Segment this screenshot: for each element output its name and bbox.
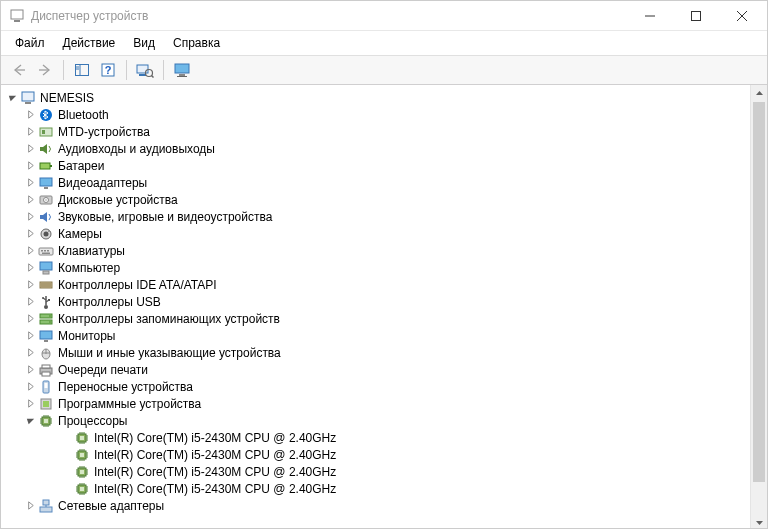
tree-category-display[interactable]: Видеоадаптеры — [3, 174, 750, 191]
close-button[interactable] — [719, 1, 765, 31]
menu-help[interactable]: Справка — [165, 33, 228, 53]
svg-point-52 — [49, 315, 50, 316]
expand-icon[interactable] — [23, 244, 37, 258]
tree-item-label: Компьютер — [58, 261, 120, 275]
cpu-icon — [74, 481, 90, 497]
tree-root[interactable]: NEMESIS — [3, 89, 750, 106]
expand-icon[interactable] — [23, 159, 37, 173]
tree-item-label: Видеоадаптеры — [58, 176, 147, 190]
svg-line-17 — [152, 76, 154, 78]
scan-hardware-button[interactable] — [133, 59, 157, 81]
svg-rect-21 — [22, 92, 34, 101]
tree-category-monitor[interactable]: Мониторы — [3, 327, 750, 344]
tree-category-cpu[interactable]: Процессоры — [3, 412, 750, 429]
tree-device-cpu[interactable]: Intel(R) Core(TM) i5-2430M CPU @ 2.40GHz — [3, 429, 750, 446]
minimize-button[interactable] — [627, 1, 673, 31]
mouse-icon — [38, 345, 54, 361]
device-tree[interactable]: NEMESISBluetoothMTD-устройстваАудиовходы… — [1, 85, 750, 529]
scroll-up-button[interactable] — [751, 85, 767, 102]
tree-category-disk[interactable]: Дисковые устройства — [3, 191, 750, 208]
tree-category-usb[interactable]: Контроллеры USB — [3, 293, 750, 310]
menu-action[interactable]: Действие — [55, 33, 124, 53]
svg-rect-67 — [44, 419, 48, 423]
menu-view[interactable]: Вид — [125, 33, 163, 53]
svg-rect-49 — [48, 299, 50, 301]
titlebar: Диспетчер устройств — [1, 1, 767, 31]
tree-item-label: Аудиовходы и аудиовыходы — [58, 142, 215, 156]
tree-category-bluetooth[interactable]: Bluetooth — [3, 106, 750, 123]
expand-icon[interactable] — [23, 397, 37, 411]
tree-category-audio[interactable]: Аудиовходы и аудиовыходы — [3, 140, 750, 157]
scroll-down-button[interactable] — [751, 514, 767, 529]
svg-rect-28 — [40, 178, 52, 186]
svg-point-32 — [45, 199, 46, 200]
expand-icon[interactable] — [23, 346, 37, 360]
expand-icon[interactable] — [23, 142, 37, 156]
monitor-button[interactable] — [170, 59, 194, 81]
nav-forward-button[interactable] — [33, 59, 57, 81]
collapse-icon[interactable] — [5, 91, 19, 105]
expand-icon[interactable] — [23, 329, 37, 343]
tree-category-sound[interactable]: Звуковые, игровые и видеоустройства — [3, 208, 750, 225]
svg-rect-123 — [80, 487, 84, 491]
tree-device-cpu[interactable]: Intel(R) Core(TM) i5-2430M CPU @ 2.40GHz — [3, 480, 750, 497]
tree-category-network[interactable]: Сетевые адаптеры — [3, 497, 750, 514]
computer-icon — [38, 260, 54, 276]
svg-rect-29 — [44, 187, 48, 189]
expand-icon[interactable] — [23, 380, 37, 394]
svg-rect-8 — [76, 65, 89, 76]
show-hide-tree-button[interactable] — [70, 59, 94, 81]
tree-category-computer[interactable]: Компьютер — [3, 259, 750, 276]
tree-category-software[interactable]: Программные устройства — [3, 395, 750, 412]
tree-device-cpu[interactable]: Intel(R) Core(TM) i5-2430M CPU @ 2.40GHz — [3, 463, 750, 480]
vertical-scrollbar[interactable] — [750, 85, 767, 529]
svg-rect-24 — [40, 128, 52, 136]
tree-category-mtd[interactable]: MTD-устройства — [3, 123, 750, 140]
expand-icon[interactable] — [23, 295, 37, 309]
expand-icon[interactable] — [23, 108, 37, 122]
expand-icon[interactable] — [23, 278, 37, 292]
collapse-icon[interactable] — [23, 414, 37, 428]
expand-icon[interactable] — [23, 210, 37, 224]
sound-icon — [38, 209, 54, 225]
expand-icon[interactable] — [23, 227, 37, 241]
maximize-button[interactable] — [673, 1, 719, 31]
svg-rect-43 — [40, 282, 52, 288]
tree-category-camera[interactable]: Камеры — [3, 225, 750, 242]
help-button[interactable]: ? — [96, 59, 120, 81]
expand-icon[interactable] — [23, 312, 37, 326]
expand-icon[interactable] — [23, 193, 37, 207]
tree-category-keyboard[interactable]: Клавиатуры — [3, 242, 750, 259]
storage-icon — [38, 311, 54, 327]
camera-icon — [38, 226, 54, 242]
expand-icon[interactable] — [23, 499, 37, 513]
svg-point-53 — [49, 321, 50, 322]
svg-rect-41 — [40, 262, 52, 270]
svg-point-23 — [40, 109, 52, 121]
root-icon — [20, 90, 36, 106]
menu-file[interactable]: Файл — [7, 33, 53, 53]
network-icon — [38, 498, 54, 514]
tree-category-mouse[interactable]: Мыши и иные указывающие устройства — [3, 344, 750, 361]
expand-icon[interactable] — [23, 125, 37, 139]
menubar: Файл Действие Вид Справка — [1, 31, 767, 56]
tree-category-printer[interactable]: Очереди печати — [3, 361, 750, 378]
tree-device-cpu[interactable]: Intel(R) Core(TM) i5-2430M CPU @ 2.40GHz — [3, 446, 750, 463]
tree-category-storage[interactable]: Контроллеры запоминающих устройств — [3, 310, 750, 327]
window-controls — [627, 1, 765, 31]
tree-category-battery[interactable]: Батареи — [3, 157, 750, 174]
tree-item-label: Intel(R) Core(TM) i5-2430M CPU @ 2.40GHz — [94, 465, 336, 479]
battery-icon — [38, 158, 54, 174]
svg-rect-37 — [41, 250, 43, 252]
expand-icon[interactable] — [23, 363, 37, 377]
ide-icon — [38, 277, 54, 293]
expand-icon[interactable] — [23, 176, 37, 190]
expand-icon[interactable] — [23, 261, 37, 275]
svg-point-46 — [44, 305, 48, 309]
tree-category-portable[interactable]: Переносные устройства — [3, 378, 750, 395]
bluetooth-icon — [38, 107, 54, 123]
tree-category-ide[interactable]: Контроллеры IDE ATA/ATAPI — [3, 276, 750, 293]
scroll-thumb[interactable] — [753, 102, 765, 482]
nav-back-button[interactable] — [7, 59, 31, 81]
svg-rect-54 — [40, 331, 52, 339]
